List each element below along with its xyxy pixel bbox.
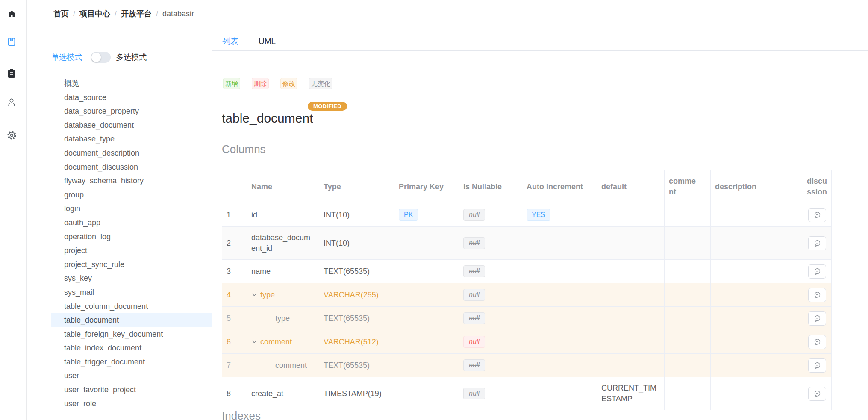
cell-default: CURRENT_TIMESTAMP (597, 377, 665, 410)
nullable-badge: null (463, 209, 485, 221)
cell-column-name: database_document_id (247, 227, 319, 260)
cell-column-name: comment (247, 354, 319, 377)
sidebar-item-table_trigger_document[interactable]: table_trigger_document (51, 355, 212, 369)
sidebar-item-table_document[interactable]: table_document (51, 313, 212, 327)
discussion-button[interactable] (808, 335, 826, 349)
multi-mode-label[interactable]: 多选模式 (116, 52, 147, 62)
cell-default (597, 354, 665, 377)
table-row-column-create_at: 8create_atTIMESTAMP(19)nullCURRENT_TIMES… (222, 377, 832, 410)
cell-default (597, 227, 665, 260)
discussion-button[interactable] (808, 264, 826, 279)
cell-row-number: 2 (222, 227, 247, 260)
column-header-description: description (711, 170, 803, 203)
cell-column-type: TIMESTAMP(19) (319, 377, 394, 410)
sidebar-item-table_index_document[interactable]: table_index_document (51, 341, 212, 355)
discussion-button[interactable] (808, 387, 826, 401)
breadcrumb-item[interactable]: 首页 (53, 9, 69, 18)
status-badge: MODIFIED (308, 102, 347, 111)
table-row-column-database_document_id: 2database_document_idINT(10)null (222, 227, 832, 260)
chevron-down-icon[interactable] (251, 292, 257, 298)
cell-primary-key (394, 307, 459, 330)
column-header-comment: comment (665, 170, 711, 203)
tab-列表[interactable]: 列表 (222, 36, 238, 47)
book-icon[interactable] (6, 36, 17, 47)
sidebar-item-group[interactable]: group (51, 188, 212, 202)
cell-primary-key (394, 260, 459, 283)
cell-column-name: comment (247, 330, 319, 354)
sidebar-item-sys_key[interactable]: sys_key (51, 271, 212, 285)
clipboard-icon[interactable] (6, 68, 17, 79)
sidebar-item-flyway_schema_history[interactable]: flyway_schema_history (51, 174, 212, 188)
table-row-column-id: 1idINT(10)PKnullYES (222, 203, 832, 227)
chevron-down-icon[interactable] (251, 339, 257, 345)
cell-auto-increment (522, 227, 597, 260)
cell-column-type: TEXT(65535) (319, 260, 394, 283)
discussion-button[interactable] (808, 311, 826, 326)
tab-UML[interactable]: UML (259, 37, 276, 46)
sidebar-item-login[interactable]: login (51, 202, 212, 216)
column-name-text: name (251, 267, 271, 276)
primary-key-badge: PK (399, 209, 418, 221)
sidebar-item-sys_mail[interactable]: sys_mail (51, 285, 212, 300)
sidebar-item-operation_log[interactable]: operation_log (51, 230, 212, 244)
cell-is-nullable: null (459, 377, 522, 410)
breadcrumb: 首页/项目中心/开放平台/databasir (53, 9, 194, 19)
sidebar-item-table_foreign_key_document[interactable]: table_foreign_key_document (51, 327, 212, 341)
cell-default (597, 307, 665, 330)
column-header-Name: Name (247, 170, 319, 203)
cell-column-type: TEXT(65535) (319, 354, 394, 377)
table-header-row: NameTypePrimary KeyIs NullableAuto Incre… (222, 170, 832, 203)
column-header-Type: Type (319, 170, 394, 203)
cell-row-number: 8 (222, 377, 247, 410)
sidebar-item-oauth_app[interactable]: oauth_app (51, 216, 212, 230)
chat-bubble-icon (813, 338, 821, 346)
cell-primary-key (394, 227, 459, 260)
single-mode-label[interactable]: 单选模式 (51, 52, 82, 62)
sidebar-item-document_description[interactable]: document_description (51, 146, 212, 160)
chat-bubble-icon (813, 267, 821, 276)
sidebar-item-project[interactable]: project (51, 244, 212, 258)
sidebar-item-database_type[interactable]: database_type (51, 132, 212, 146)
home-icon[interactable] (6, 8, 17, 19)
cell-row-number: 6 (222, 330, 247, 354)
cell-comment (665, 203, 711, 227)
breadcrumb-item[interactable]: databasir (162, 9, 194, 18)
cell-column-name: create_at (247, 377, 319, 410)
sidebar-item-user[interactable]: user (51, 369, 212, 383)
user-icon[interactable] (6, 97, 17, 108)
cell-default (597, 260, 665, 283)
cell-column-name: id (247, 203, 319, 227)
sidebar-item-table_column_document[interactable]: table_column_document (51, 300, 212, 314)
cell-comment (665, 354, 711, 377)
gear-icon[interactable] (6, 129, 17, 141)
cell-comment (665, 260, 711, 283)
cell-discussion (803, 377, 832, 410)
breadcrumb-item[interactable]: 开放平台 (121, 9, 152, 18)
discussion-button[interactable] (808, 358, 826, 373)
sidebar-item-data_source[interactable]: data_source (51, 91, 212, 105)
cell-row-number: 7 (222, 354, 247, 377)
table-row-column-type: 5typeTEXT(65535)null (222, 307, 832, 330)
cell-discussion (803, 283, 832, 307)
breadcrumb-separator: / (115, 9, 117, 18)
cell-description (711, 227, 803, 260)
sidebar-item-data_source_property[interactable]: data_source_property (51, 104, 212, 118)
sidebar-item-project_sync_rule[interactable]: project_sync_rule (51, 258, 212, 272)
sidebar-item-user_role[interactable]: user_role (51, 397, 212, 411)
nullable-badge: null (463, 265, 485, 277)
cell-primary-key (394, 283, 459, 307)
sidebar-item-database_document[interactable]: database_document (51, 118, 212, 132)
discussion-button[interactable] (808, 208, 826, 222)
columns-table: NameTypePrimary KeyIs NullableAuto Incre… (222, 170, 832, 410)
sidebar-divider (212, 50, 212, 420)
sidebar-item-document_discussion[interactable]: document_discussion (51, 160, 212, 174)
sidebar-item-概览[interactable]: 概览 (51, 76, 212, 91)
discussion-button[interactable] (808, 288, 826, 302)
discussion-button[interactable] (808, 236, 826, 250)
mode-toggle-switch[interactable] (91, 52, 111, 63)
breadcrumb-item[interactable]: 项目中心 (79, 9, 110, 18)
sidebar-item-user_favorite_project[interactable]: user_favorite_project (51, 383, 212, 397)
column-header-Auto Increment: Auto Increment (522, 170, 597, 203)
column-name-text: comment (275, 361, 307, 370)
column-name-text: comment (260, 337, 292, 347)
